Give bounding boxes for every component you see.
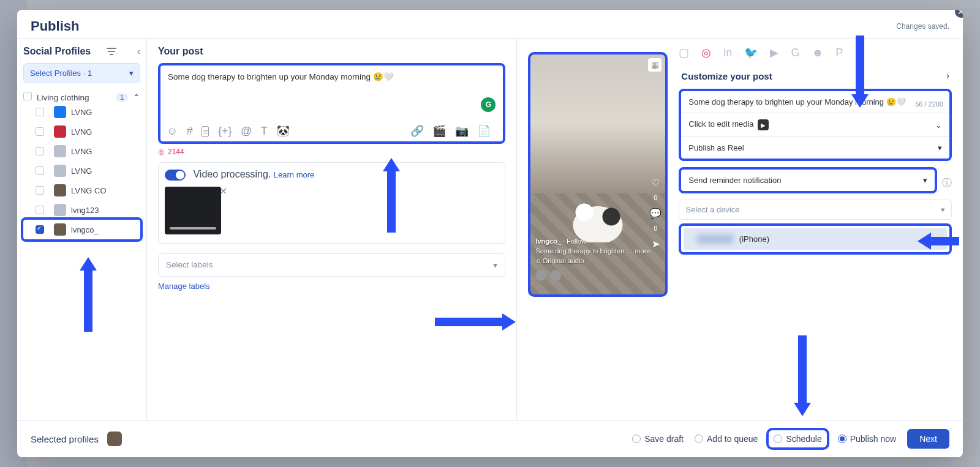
twitter-icon[interactable]: 🐦: [744, 46, 758, 59]
linkedin-icon[interactable]: in: [723, 47, 732, 59]
google-icon[interactable]: G: [791, 47, 799, 59]
pinterest-icon[interactable]: P: [835, 47, 843, 59]
labels-select[interactable]: Select labels ▾: [158, 253, 505, 277]
learn-more-link[interactable]: Learn more: [274, 170, 314, 179]
chevron-down-icon: ▾: [493, 260, 497, 270]
social-profiles-panel: Social Profiles ‹ Select Profiles · 1 ▾ …: [17, 39, 147, 420]
radio-icon[interactable]: [838, 435, 846, 443]
video-icon[interactable]: 🎬: [432, 125, 446, 137]
canned-icon[interactable]: ≡: [202, 126, 209, 137]
profile-avatar: [54, 125, 66, 138]
chevron-up-icon[interactable]: ⌃: [133, 92, 140, 102]
heart-icon: ♡: [649, 177, 662, 189]
video-processing-toggle[interactable]: [165, 170, 186, 181]
profile-checkbox[interactable]: [36, 206, 44, 214]
radio-icon[interactable]: [695, 435, 703, 443]
snippet-icon[interactable]: {+}: [218, 125, 232, 137]
video-processing-row: Video processing. Learn more ⋮ ✕: [158, 162, 505, 244]
profile-checkbox[interactable]: [36, 147, 44, 155]
profile-checkbox[interactable]: [36, 108, 44, 116]
profile-item[interactable]: lvng123: [23, 200, 140, 220]
profile-avatar: [54, 145, 66, 157]
publish-option-sched[interactable]: Schedule: [769, 430, 826, 447]
radio-icon[interactable]: [774, 435, 782, 443]
chevron-down-icon: ⌄: [935, 121, 942, 130]
device-owner-redacted: x: [697, 234, 733, 244]
device-suffix: (iPhone): [739, 234, 769, 244]
reddit-icon[interactable]: ☻: [812, 47, 823, 59]
comment-icon: 💬: [649, 207, 662, 219]
profile-avatar: [54, 184, 66, 196]
char-count: ◎ 2144: [158, 148, 505, 156]
modal-footer: Selected profiles Save draftAdd to queue…: [17, 420, 963, 457]
chevron-down-icon: ▾: [941, 205, 945, 214]
preview-wrapper: placeholder ▦ ♡0 💬0 ➤ lvngco_ · Follow S…: [528, 46, 668, 413]
media-thumbnail[interactable]: ⋮ ✕: [165, 187, 221, 234]
profile-label: lvng123: [71, 206, 99, 215]
device-select[interactable]: Select a device ▾: [679, 200, 952, 220]
profile-group: Living clothing 1 ⌃ LVNG LVNG LVNG: [23, 92, 140, 239]
profile-avatar: [54, 165, 66, 177]
device-option-iphone[interactable]: x (iPhone): [684, 228, 947, 250]
info-icon[interactable]: ⓘ: [942, 177, 952, 190]
ai-assist-icon[interactable]: 🐼: [276, 125, 290, 137]
radio-icon[interactable]: [632, 435, 641, 443]
profile-checkbox[interactable]: [36, 186, 44, 195]
grid-icon[interactable]: ▦: [648, 58, 662, 72]
publish-option-save[interactable]: Save draft: [632, 434, 684, 444]
profile-avatar: [54, 204, 66, 216]
emoji-icon[interactable]: ☺: [167, 125, 178, 137]
instagram-preview[interactable]: ▦ ♡0 💬0 ➤ lvngco_ · Follow Some dog ther…: [528, 52, 668, 297]
group-checkbox[interactable]: [23, 92, 32, 100]
filter-icon[interactable]: [107, 48, 116, 55]
camera-icon[interactable]: 📷: [455, 125, 469, 137]
facebook-icon[interactable]: ▢: [679, 46, 689, 59]
link-icon[interactable]: 🔗: [410, 125, 424, 137]
customize-fields-box: Some dog therapy to brighten up your Mon…: [679, 89, 952, 161]
profile-label: LVNG: [71, 108, 92, 117]
next-button[interactable]: Next: [907, 429, 949, 449]
post-text-input[interactable]: [167, 70, 497, 103]
profile-item[interactable]: lvngco_: [23, 220, 140, 239]
labels-placeholder: Select labels: [166, 260, 213, 269]
selected-avatar[interactable]: [107, 432, 122, 446]
profile-label: LVNG: [71, 127, 92, 136]
compose-box: G ☺ # ≡ {+} @ T 🐼 🔗 🎬 📷: [158, 63, 505, 144]
collapse-left-icon[interactable]: ‹: [137, 46, 140, 57]
remove-media-icon[interactable]: ✕: [219, 185, 227, 197]
youtube-icon[interactable]: ▶: [770, 46, 778, 59]
char-counter: 56 / 2200: [915, 100, 943, 108]
mention-icon[interactable]: @: [241, 125, 252, 137]
tiktok-icon[interactable]: ♪: [855, 47, 861, 59]
publish-option-queue[interactable]: Add to queue: [695, 434, 758, 444]
group-header[interactable]: Living clothing 1 ⌃: [23, 92, 140, 102]
edit-media-row[interactable]: Click to edit media▶ ⌄: [681, 113, 949, 137]
reminder-select[interactable]: Send reminder notification ▾: [681, 170, 935, 191]
grammarly-icon[interactable]: G: [481, 97, 496, 112]
text-format-icon[interactable]: T: [261, 125, 268, 137]
publish-option-now[interactable]: Publish now: [838, 434, 897, 444]
instagram-icon[interactable]: ◎: [701, 46, 711, 59]
chevron-right-icon[interactable]: ›: [946, 70, 949, 81]
instagram-glyph-icon: ◎: [158, 148, 164, 156]
publish-options: Save draftAdd to queueSchedulePublish no…: [632, 429, 949, 449]
profile-item[interactable]: LVNG: [23, 141, 140, 161]
profile-item[interactable]: LVNG: [23, 122, 140, 141]
profile-checkbox[interactable]: [36, 127, 44, 136]
profile-checkbox[interactable]: [36, 225, 44, 234]
customize-text-field[interactable]: Some dog therapy to brighten up your Mon…: [681, 91, 949, 113]
chevron-down-icon: ▾: [129, 69, 134, 78]
select-profiles-dropdown[interactable]: Select Profiles · 1 ▾: [23, 63, 140, 83]
hashtag-icon[interactable]: #: [187, 125, 193, 137]
profile-label: LVNG: [71, 166, 92, 176]
profile-item[interactable]: LVNG CO: [23, 181, 140, 200]
document-icon[interactable]: 📄: [477, 125, 491, 137]
video-processing-label: Video processing.: [193, 169, 271, 179]
publish-as-select[interactable]: Publish as Reel ▾: [681, 137, 949, 159]
profile-item[interactable]: LVNG: [23, 161, 140, 181]
profile-checkbox[interactable]: [36, 166, 44, 175]
modal-header: Publish Changes saved.: [17, 10, 963, 39]
profiles-header: Social Profiles ‹: [23, 46, 140, 57]
profile-item[interactable]: LVNG: [23, 102, 140, 122]
manage-labels-link[interactable]: Manage labels: [158, 282, 505, 291]
